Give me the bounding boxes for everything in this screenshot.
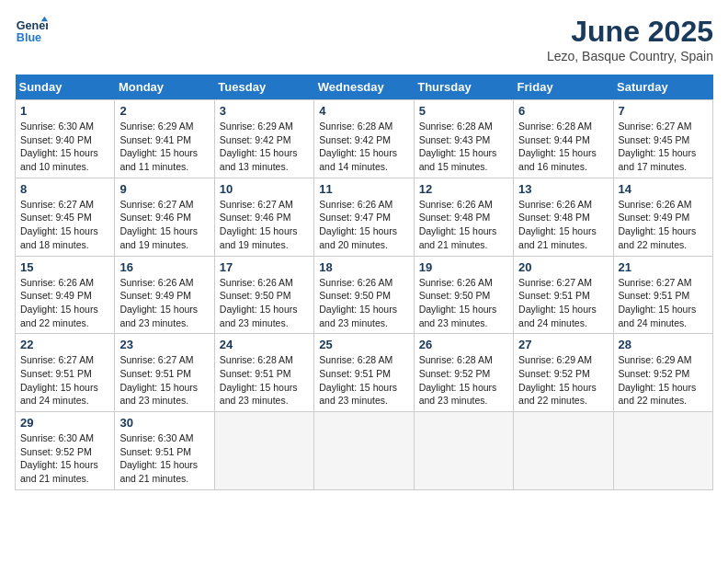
calendar-cell: 27 Sunrise: 6:29 AMSunset: 9:52 PMDaylig… [514,334,613,412]
cell-info: Sunrise: 6:27 AMSunset: 9:45 PMDaylight:… [619,121,697,172]
day-number: 16 [119,260,209,274]
day-number: 24 [220,338,309,351]
calendar-cell: 1 Sunrise: 6:30 AMSunset: 9:40 PMDayligh… [16,100,115,178]
cell-info: Sunrise: 6:27 AMSunset: 9:51 PMDaylight:… [20,354,98,406]
calendar-table: SundayMondayTuesdayWednesdayThursdayFrid… [15,75,713,490]
calendar-cell: 23 Sunrise: 6:27 AMSunset: 9:51 PMDaylig… [115,334,214,412]
day-number: 23 [119,338,209,351]
cell-info: Sunrise: 6:26 AMSunset: 9:49 PMDaylight:… [119,277,198,328]
day-number: 26 [419,338,508,351]
day-number: 4 [319,104,408,118]
svg-text:Blue: Blue [17,31,41,44]
logo: General Blue [15,15,48,48]
day-number: 6 [518,104,608,118]
location-text: Lezo, Basque Country, Spain [547,49,713,63]
calendar-cell: 19 Sunrise: 6:26 AMSunset: 9:50 PMDaylig… [414,256,513,334]
calendar-cell: 29 Sunrise: 6:30 AMSunset: 9:52 PMDaylig… [16,412,115,490]
cell-info: Sunrise: 6:30 AMSunset: 9:40 PMDaylight:… [20,121,98,172]
calendar-cell: 26 Sunrise: 6:28 AMSunset: 9:52 PMDaylig… [414,334,513,412]
calendar-cell: 28 Sunrise: 6:29 AMSunset: 9:52 PMDaylig… [613,334,712,412]
week-row-4: 22 Sunrise: 6:27 AMSunset: 9:51 PMDaylig… [16,334,713,412]
calendar-cell: 5 Sunrise: 6:28 AMSunset: 9:43 PMDayligh… [414,100,513,178]
calendar-cell: 6 Sunrise: 6:28 AMSunset: 9:44 PMDayligh… [514,100,613,178]
title-block: June 2025 Lezo, Basque Country, Spain [547,15,713,63]
cell-info: Sunrise: 6:27 AMSunset: 9:51 PMDaylight:… [619,277,697,328]
day-number: 18 [319,260,408,274]
day-number: 10 [220,182,309,196]
cell-info: Sunrise: 6:30 AMSunset: 9:51 PMDaylight:… [119,432,198,484]
week-row-3: 15 Sunrise: 6:26 AMSunset: 9:49 PMDaylig… [16,256,713,334]
cell-info: Sunrise: 6:29 AMSunset: 9:41 PMDaylight:… [119,121,198,172]
calendar-cell: 4 Sunrise: 6:28 AMSunset: 9:42 PMDayligh… [314,100,414,178]
col-header-thursday: Thursday [414,75,513,100]
calendar-cell: 13 Sunrise: 6:26 AMSunset: 9:48 PMDaylig… [514,178,613,256]
calendar-cell: 14 Sunrise: 6:26 AMSunset: 9:49 PMDaylig… [613,178,712,256]
day-number: 7 [619,104,708,118]
calendar-cell: 17 Sunrise: 6:26 AMSunset: 9:50 PMDaylig… [214,256,313,334]
cell-info: Sunrise: 6:26 AMSunset: 9:49 PMDaylight:… [619,199,697,250]
cell-info: Sunrise: 6:26 AMSunset: 9:47 PMDaylight:… [319,199,397,250]
month-title: June 2025 [547,15,713,49]
calendar-cell: 8 Sunrise: 6:27 AMSunset: 9:45 PMDayligh… [16,178,115,256]
calendar-cell: 11 Sunrise: 6:26 AMSunset: 9:47 PMDaylig… [314,178,414,256]
week-row-2: 8 Sunrise: 6:27 AMSunset: 9:45 PMDayligh… [16,178,713,256]
calendar-cell: 12 Sunrise: 6:26 AMSunset: 9:48 PMDaylig… [414,178,513,256]
day-number: 21 [619,260,708,274]
col-header-wednesday: Wednesday [314,75,414,100]
day-number: 13 [518,182,608,196]
day-number: 8 [20,182,109,196]
day-number: 28 [619,338,708,351]
col-header-saturday: Saturday [613,75,712,100]
col-header-sunday: Sunday [16,75,115,100]
day-number: 17 [220,260,309,274]
day-number: 19 [419,260,508,274]
calendar-cell: 21 Sunrise: 6:27 AMSunset: 9:51 PMDaylig… [613,256,712,334]
calendar-cell [613,412,712,490]
logo-icon: General Blue [15,15,48,48]
cell-info: Sunrise: 6:29 AMSunset: 9:42 PMDaylight:… [220,121,298,172]
calendar-cell: 15 Sunrise: 6:26 AMSunset: 9:49 PMDaylig… [16,256,115,334]
col-header-friday: Friday [514,75,613,100]
cell-info: Sunrise: 6:28 AMSunset: 9:42 PMDaylight:… [319,121,397,172]
calendar-cell: 9 Sunrise: 6:27 AMSunset: 9:46 PMDayligh… [115,178,214,256]
cell-info: Sunrise: 6:28 AMSunset: 9:43 PMDaylight:… [419,121,497,172]
col-header-tuesday: Tuesday [214,75,313,100]
calendar-cell: 16 Sunrise: 6:26 AMSunset: 9:49 PMDaylig… [115,256,214,334]
day-number: 3 [220,104,309,118]
day-number: 2 [119,104,209,118]
calendar-cell [314,412,414,490]
calendar-cell: 7 Sunrise: 6:27 AMSunset: 9:45 PMDayligh… [613,100,712,178]
calendar-cell: 3 Sunrise: 6:29 AMSunset: 9:42 PMDayligh… [214,100,313,178]
cell-info: Sunrise: 6:28 AMSunset: 9:44 PMDaylight:… [518,121,597,172]
cell-info: Sunrise: 6:27 AMSunset: 9:46 PMDaylight:… [119,199,198,250]
day-number: 9 [119,182,209,196]
cell-info: Sunrise: 6:29 AMSunset: 9:52 PMDaylight:… [619,354,697,406]
calendar-cell: 30 Sunrise: 6:30 AMSunset: 9:51 PMDaylig… [115,412,214,490]
cell-info: Sunrise: 6:28 AMSunset: 9:51 PMDaylight:… [319,354,397,406]
day-number: 11 [319,182,408,196]
calendar-cell [514,412,613,490]
day-number: 22 [20,338,109,351]
day-number: 27 [518,338,608,351]
calendar-cell [414,412,513,490]
calendar-cell: 18 Sunrise: 6:26 AMSunset: 9:50 PMDaylig… [314,256,414,334]
cell-info: Sunrise: 6:26 AMSunset: 9:50 PMDaylight:… [419,277,497,328]
calendar-cell: 10 Sunrise: 6:27 AMSunset: 9:46 PMDaylig… [214,178,313,256]
day-number: 29 [20,416,109,430]
cell-info: Sunrise: 6:27 AMSunset: 9:51 PMDaylight:… [518,277,597,328]
cell-info: Sunrise: 6:26 AMSunset: 9:48 PMDaylight:… [518,199,597,250]
cell-info: Sunrise: 6:27 AMSunset: 9:46 PMDaylight:… [220,199,298,250]
col-header-monday: Monday [115,75,214,100]
page-header: General Blue June 2025 Lezo, Basque Coun… [15,15,713,63]
day-number: 12 [419,182,508,196]
cell-info: Sunrise: 6:26 AMSunset: 9:50 PMDaylight:… [220,277,298,328]
cell-info: Sunrise: 6:30 AMSunset: 9:52 PMDaylight:… [20,432,98,484]
calendar-cell: 2 Sunrise: 6:29 AMSunset: 9:41 PMDayligh… [115,100,214,178]
calendar-cell: 22 Sunrise: 6:27 AMSunset: 9:51 PMDaylig… [16,334,115,412]
day-number: 14 [619,182,708,196]
cell-info: Sunrise: 6:27 AMSunset: 9:45 PMDaylight:… [20,199,98,250]
cell-info: Sunrise: 6:26 AMSunset: 9:50 PMDaylight:… [319,277,397,328]
day-number: 25 [319,338,408,351]
calendar-cell: 20 Sunrise: 6:27 AMSunset: 9:51 PMDaylig… [514,256,613,334]
calendar-cell: 25 Sunrise: 6:28 AMSunset: 9:51 PMDaylig… [314,334,414,412]
